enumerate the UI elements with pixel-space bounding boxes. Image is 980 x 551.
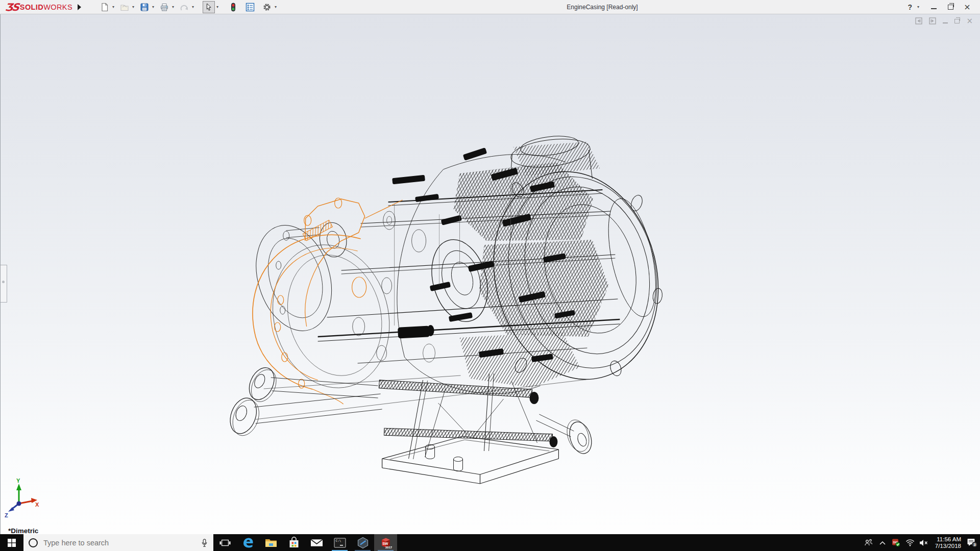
mail-icon <box>310 538 323 548</box>
model-base-plate <box>382 436 559 484</box>
new-document-icon <box>100 3 109 12</box>
print-icon <box>160 3 169 12</box>
solidworks-monitor-tray-icon[interactable]: SW <box>890 534 902 551</box>
document-restore-button[interactable] <box>954 19 960 23</box>
open-folder-icon <box>120 3 129 12</box>
graphics-viewport[interactable]: × <box>0 14 980 534</box>
command-prompt-button[interactable]: C:\ <box>328 534 351 551</box>
command-prompt-icon: C:\ <box>334 537 346 548</box>
settings-button[interactable] <box>261 1 273 13</box>
solidworks-app-icon: SW 2017 <box>380 537 392 549</box>
taskbar-apps: C:\ SW 2017 <box>213 534 397 551</box>
triad-y-label: Y <box>16 478 20 484</box>
open-button[interactable] <box>118 1 131 13</box>
start-button[interactable] <box>0 534 23 551</box>
model-internals <box>318 142 620 459</box>
document-window-controls: × <box>915 17 973 24</box>
document-restore-icon <box>954 19 960 23</box>
view-orientation-label: *Dimetric <box>8 527 38 535</box>
taskbar-search[interactable] <box>23 534 213 551</box>
document-close-icon: × <box>966 18 973 24</box>
dock-next-button[interactable] <box>929 17 936 24</box>
help-dropdown[interactable]: ▾ <box>916 5 921 9</box>
taskbar-clock[interactable]: 11:56 AM 7/13/2018 <box>932 536 965 549</box>
volume-muted-icon[interactable] <box>918 534 930 551</box>
dassault-logo-icon: ƷS <box>5 2 19 12</box>
task-view-icon <box>219 538 231 548</box>
file-explorer-icon <box>265 537 277 548</box>
action-center-icon[interactable]: 3 <box>966 534 978 551</box>
solidworks-desktop: { "app": { "brand_bold": "SOLID", "brand… <box>0 0 980 551</box>
clock-time: 11:56 AM <box>935 536 961 543</box>
svg-text:SW: SW <box>382 542 388 545</box>
settings-dropdown[interactable]: ▾ <box>273 5 278 9</box>
new-document-dropdown[interactable]: ▾ <box>111 5 116 9</box>
microsoft-store-button[interactable] <box>282 534 305 551</box>
save-dropdown[interactable]: ▾ <box>151 5 156 9</box>
restore-button[interactable] <box>944 3 957 12</box>
solidworks-logo: ƷS SOLIDWORKS <box>0 2 72 12</box>
notification-badge: 3 <box>973 542 976 547</box>
document-minimize-button[interactable] <box>943 18 948 23</box>
model-left-flange <box>244 216 405 401</box>
print-dropdown[interactable]: ▾ <box>170 5 176 9</box>
options-list-button[interactable] <box>244 1 256 13</box>
triad-x-label: X <box>35 502 39 508</box>
gear-icon <box>262 3 272 12</box>
svg-text:C:\: C:\ <box>335 539 341 542</box>
close-button[interactable]: × <box>961 3 974 12</box>
mail-button[interactable] <box>305 534 328 551</box>
save-button[interactable] <box>138 1 151 13</box>
rebuild-button[interactable] <box>227 1 239 13</box>
undo-arrow-icon <box>180 3 189 12</box>
minimize-icon <box>931 8 937 9</box>
dock-left-arrow-icon <box>915 17 922 24</box>
undo-dropdown[interactable]: ▾ <box>190 5 195 9</box>
clock-date: 7/13/2018 <box>935 543 961 549</box>
quick-access-toolbar: ▾ ▾ ▾ <box>99 1 281 13</box>
microphone-icon[interactable] <box>201 538 208 547</box>
triad-z-label: Z <box>5 512 8 518</box>
new-document-button[interactable] <box>99 1 111 13</box>
task-view-button[interactable] <box>213 534 236 551</box>
document-minimize-icon <box>943 22 948 23</box>
windows-logo-icon <box>8 539 16 547</box>
people-icon[interactable] <box>863 534 875 551</box>
help-button[interactable]: ? <box>908 3 912 11</box>
list-options-icon <box>246 3 255 12</box>
file-explorer-button[interactable] <box>259 534 282 551</box>
titlebar: ƷS SOLIDWORKS ▾ ▾ ▾ <box>0 0 980 14</box>
restore-icon <box>948 5 953 10</box>
system-tray: SW 11:56 AM 7/13/2018 <box>863 534 980 551</box>
windows-taskbar: C:\ SW 2017 <box>0 534 980 551</box>
open-dropdown[interactable]: ▾ <box>131 5 136 9</box>
edge-icon <box>242 537 254 549</box>
document-close-button[interactable]: × <box>966 18 973 24</box>
store-icon <box>288 537 300 549</box>
window-title: EngineCasing [Read-only] <box>567 4 638 11</box>
traffic-light-icon <box>229 3 238 12</box>
close-icon: × <box>964 4 970 11</box>
solidworks-2017-button[interactable]: SW 2017 <box>374 534 397 551</box>
print-button[interactable] <box>158 1 170 13</box>
svg-text:2017: 2017 <box>385 545 392 548</box>
select-tool-button[interactable] <box>203 1 215 13</box>
edrawings-hexagon-icon <box>357 537 369 549</box>
select-cursor-icon <box>204 3 213 12</box>
brand-text: SOLIDWORKS <box>20 3 72 11</box>
dock-previous-button[interactable] <box>915 17 922 24</box>
minimize-button[interactable] <box>927 3 940 12</box>
coordinate-triad: Y X Z <box>4 477 40 518</box>
select-tool-dropdown[interactable]: ▾ <box>215 5 220 9</box>
edrawings-button[interactable] <box>351 534 374 551</box>
edge-button[interactable] <box>236 534 259 551</box>
wifi-icon[interactable] <box>904 534 916 551</box>
cortana-icon <box>29 538 38 547</box>
save-floppy-icon <box>140 3 149 12</box>
engine-casing-model[interactable] <box>1 14 980 534</box>
toolbar-flyout-arrow-icon[interactable] <box>78 4 81 10</box>
dock-right-arrow-icon <box>929 17 936 24</box>
chevron-up-icon[interactable] <box>876 534 889 551</box>
undo-button[interactable] <box>178 1 190 13</box>
search-input[interactable] <box>42 538 196 547</box>
